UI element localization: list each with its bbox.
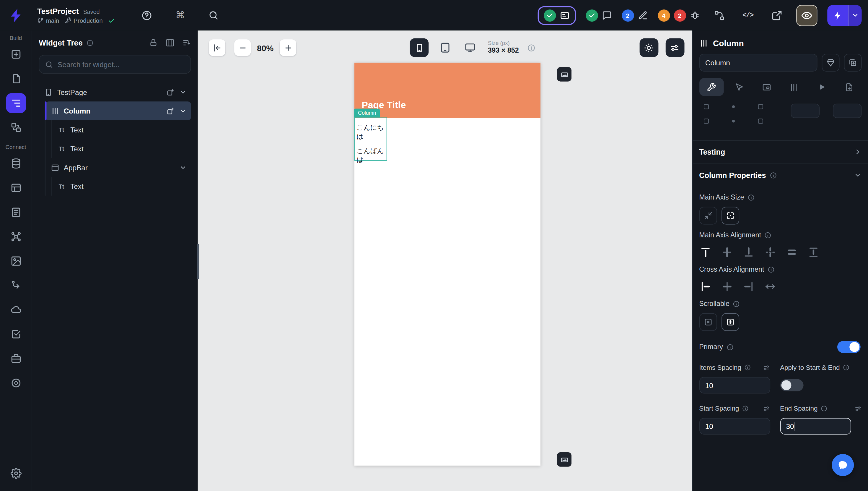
support-chat-button[interactable] (831, 454, 854, 476)
alignment-x-field[interactable] (790, 104, 819, 118)
nav-add-widget[interactable] (6, 44, 26, 64)
edit-requests-badge[interactable]: 2 (622, 9, 648, 21)
alignment-handle[interactable] (704, 104, 709, 109)
lock-icon[interactable] (149, 38, 158, 47)
preview-text[interactable]: こんにちは (357, 123, 386, 141)
project-checks-badge[interactable] (537, 6, 576, 25)
nav-pages[interactable] (6, 69, 26, 89)
alignment-handle[interactable] (758, 119, 763, 123)
end-spacing-input[interactable]: 30 (780, 418, 851, 435)
copy-widget-button[interactable] (844, 54, 862, 71)
tree-item-appbar[interactable]: AppBar (45, 158, 191, 177)
run-deploy-button[interactable] (827, 5, 861, 26)
main-align-end-button[interactable] (742, 246, 755, 259)
set-from-variable-icon[interactable] (763, 364, 770, 371)
tab-documentation[interactable] (837, 78, 862, 96)
help-button[interactable] (137, 6, 157, 25)
alignment-dot[interactable] (732, 105, 735, 108)
info-icon[interactable] (742, 405, 749, 412)
info-icon[interactable] (770, 171, 777, 178)
cross-align-end-button[interactable] (742, 280, 755, 293)
environment-selector[interactable]: Production (65, 17, 103, 24)
search-button[interactable] (204, 6, 223, 25)
theme-mode-button[interactable] (640, 38, 658, 57)
add-child-widget-icon[interactable] (166, 88, 175, 96)
comments-badge[interactable] (586, 9, 612, 21)
nav-storyboard[interactable] (6, 118, 26, 138)
main-align-space-around-button[interactable] (764, 246, 777, 259)
scrollable-off-button[interactable] (699, 313, 717, 331)
main-align-center-button[interactable] (721, 246, 734, 259)
info-icon[interactable] (747, 194, 754, 201)
info-icon[interactable] (820, 405, 827, 412)
nav-settings[interactable] (6, 463, 26, 484)
theme-gem-button[interactable] (822, 54, 839, 71)
cross-align-start-button[interactable] (699, 280, 712, 293)
design-canvas[interactable]: 80% Size (px) 393 × 852 Page Title Colum… (197, 30, 692, 491)
add-child-widget-icon[interactable] (166, 107, 175, 115)
main-axis-size-max-button[interactable] (721, 207, 739, 224)
info-icon[interactable] (843, 364, 849, 371)
tab-animations[interactable] (754, 78, 779, 96)
nav-automations[interactable] (6, 276, 26, 296)
device-desktop-button[interactable] (462, 38, 478, 57)
set-from-variable-icon[interactable] (763, 405, 770, 412)
info-icon[interactable] (768, 266, 775, 273)
tree-item-testpage[interactable]: TestPage (39, 83, 191, 102)
device-phone-button[interactable] (410, 38, 429, 57)
nav-tests[interactable] (6, 324, 26, 344)
flutterflow-logo[interactable] (0, 7, 32, 23)
tab-properties[interactable] (699, 78, 723, 96)
device-preview[interactable]: Page Title Column こんにちは こんばんは (354, 63, 540, 466)
cross-align-center-button[interactable] (721, 280, 734, 293)
alignment-y-field[interactable] (833, 104, 862, 118)
apply-to-start-end-toggle[interactable] (780, 379, 803, 392)
items-spacing-input[interactable] (699, 377, 770, 394)
nav-media-assets[interactable] (6, 251, 26, 271)
collapse-tree-icon[interactable] (182, 38, 191, 47)
testing-section-header[interactable]: Testing (692, 140, 868, 164)
export-button[interactable] (767, 6, 786, 25)
panel-resize-handle[interactable] (197, 244, 200, 279)
cross-align-stretch-button[interactable] (764, 280, 777, 293)
tree-item-text[interactable]: Tt Text (52, 120, 191, 139)
chevron-down-icon[interactable] (180, 88, 187, 95)
alignment-handle[interactable] (758, 104, 763, 109)
widget-search-input[interactable] (58, 60, 185, 68)
collapse-panel-button[interactable] (209, 39, 225, 56)
project-name[interactable]: TestProject (37, 6, 79, 16)
tab-actions[interactable] (727, 78, 751, 96)
chevron-down-icon[interactable] (848, 5, 862, 26)
tree-item-text[interactable]: Tt Text (52, 139, 191, 158)
info-icon[interactable] (733, 300, 740, 307)
nav-integrations[interactable] (6, 227, 26, 247)
start-spacing-input[interactable] (699, 418, 770, 435)
scrollable-on-button[interactable] (721, 313, 739, 331)
canvas-settings-button[interactable] (665, 38, 684, 57)
tree-item-column[interactable]: Column (45, 102, 191, 120)
zoom-level[interactable]: 80% (257, 43, 274, 52)
keyboard-overlay-toggle-bottom[interactable] (557, 452, 571, 467)
branch-selector[interactable]: main (37, 17, 59, 24)
chevron-down-icon[interactable] (180, 164, 187, 171)
main-axis-size-min-button[interactable] (699, 207, 717, 224)
command-menu-button[interactable]: ⌘ (171, 6, 190, 25)
set-from-variable-icon[interactable] (854, 405, 861, 412)
main-align-start-button[interactable] (699, 246, 712, 259)
zoom-in-button[interactable] (280, 39, 296, 56)
panels-icon[interactable] (166, 38, 175, 47)
issues-badge[interactable]: 4 2 (658, 9, 700, 21)
preview-appbar[interactable]: Page Title (354, 63, 540, 118)
zoom-out-button[interactable] (234, 39, 251, 56)
chevron-down-icon[interactable] (180, 107, 187, 114)
selected-widget-outline[interactable]: Column こんにちは こんばんは (354, 117, 387, 161)
device-tablet-button[interactable] (437, 38, 453, 57)
primary-toggle[interactable] (837, 341, 860, 353)
keyboard-overlay-toggle-top[interactable] (557, 67, 571, 82)
widget-name-input[interactable] (699, 54, 817, 71)
preview-button[interactable] (796, 5, 817, 26)
api-workflow-button[interactable] (710, 6, 728, 25)
tab-run[interactable] (809, 78, 834, 96)
nav-toolbox[interactable] (6, 348, 26, 369)
info-icon[interactable] (764, 231, 771, 238)
